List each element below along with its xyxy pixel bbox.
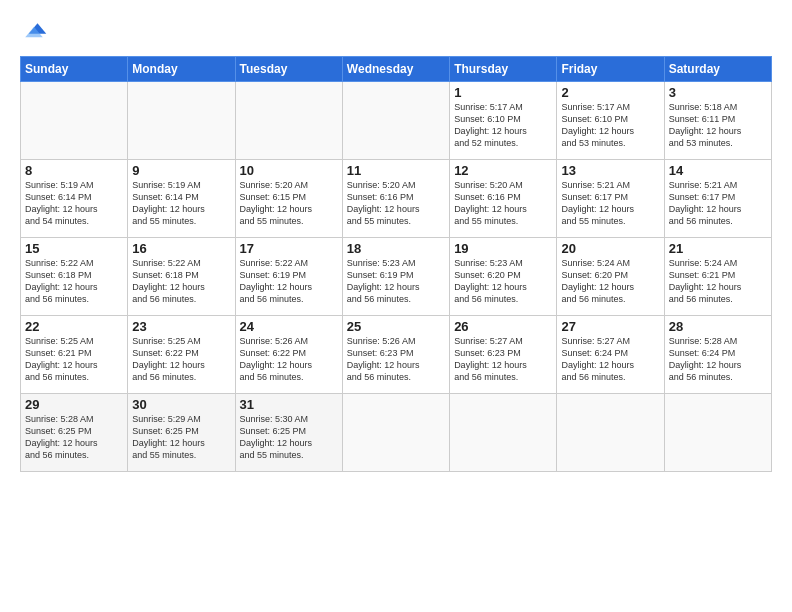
calendar-week-row: 22 Sunrise: 5:25 AMSunset: 6:21 PMDaylig… xyxy=(21,316,772,394)
calendar-cell xyxy=(557,394,664,472)
calendar-week-row: 1 Sunrise: 5:17 AMSunset: 6:10 PMDayligh… xyxy=(21,82,772,160)
cell-text: Sunrise: 5:18 AMSunset: 6:11 PMDaylight:… xyxy=(669,102,742,148)
day-number: 23 xyxy=(132,319,230,334)
header xyxy=(20,18,772,46)
cell-text: Sunrise: 5:23 AMSunset: 6:20 PMDaylight:… xyxy=(454,258,527,304)
calendar-header-row: SundayMondayTuesdayWednesdayThursdayFrid… xyxy=(21,57,772,82)
cell-text: Sunrise: 5:23 AMSunset: 6:19 PMDaylight:… xyxy=(347,258,420,304)
calendar-cell: 14 Sunrise: 5:21 AMSunset: 6:17 PMDaylig… xyxy=(664,160,771,238)
cell-text: Sunrise: 5:24 AMSunset: 6:21 PMDaylight:… xyxy=(669,258,742,304)
cell-text: Sunrise: 5:21 AMSunset: 6:17 PMDaylight:… xyxy=(561,180,634,226)
calendar-cell: 20 Sunrise: 5:24 AMSunset: 6:20 PMDaylig… xyxy=(557,238,664,316)
calendar-cell: 25 Sunrise: 5:26 AMSunset: 6:23 PMDaylig… xyxy=(342,316,449,394)
page: SundayMondayTuesdayWednesdayThursdayFrid… xyxy=(0,0,792,612)
day-number: 2 xyxy=(561,85,659,100)
day-number: 30 xyxy=(132,397,230,412)
calendar-cell: 30 Sunrise: 5:29 AMSunset: 6:25 PMDaylig… xyxy=(128,394,235,472)
calendar-week-row: 15 Sunrise: 5:22 AMSunset: 6:18 PMDaylig… xyxy=(21,238,772,316)
calendar-cell: 13 Sunrise: 5:21 AMSunset: 6:17 PMDaylig… xyxy=(557,160,664,238)
calendar-cell: 3 Sunrise: 5:18 AMSunset: 6:11 PMDayligh… xyxy=(664,82,771,160)
day-number: 13 xyxy=(561,163,659,178)
calendar-cell: 23 Sunrise: 5:25 AMSunset: 6:22 PMDaylig… xyxy=(128,316,235,394)
calendar-cell xyxy=(342,82,449,160)
day-number: 22 xyxy=(25,319,123,334)
calendar-cell: 27 Sunrise: 5:27 AMSunset: 6:24 PMDaylig… xyxy=(557,316,664,394)
cell-text: Sunrise: 5:24 AMSunset: 6:20 PMDaylight:… xyxy=(561,258,634,304)
calendar-cell: 2 Sunrise: 5:17 AMSunset: 6:10 PMDayligh… xyxy=(557,82,664,160)
cell-text: Sunrise: 5:17 AMSunset: 6:10 PMDaylight:… xyxy=(561,102,634,148)
calendar-cell: 19 Sunrise: 5:23 AMSunset: 6:20 PMDaylig… xyxy=(450,238,557,316)
calendar-cell xyxy=(342,394,449,472)
day-number: 25 xyxy=(347,319,445,334)
day-header: Tuesday xyxy=(235,57,342,82)
day-number: 16 xyxy=(132,241,230,256)
calendar-cell: 12 Sunrise: 5:20 AMSunset: 6:16 PMDaylig… xyxy=(450,160,557,238)
day-number: 8 xyxy=(25,163,123,178)
calendar-cell: 9 Sunrise: 5:19 AMSunset: 6:14 PMDayligh… xyxy=(128,160,235,238)
calendar-cell: 8 Sunrise: 5:19 AMSunset: 6:14 PMDayligh… xyxy=(21,160,128,238)
cell-text: Sunrise: 5:29 AMSunset: 6:25 PMDaylight:… xyxy=(132,414,205,460)
calendar-cell: 10 Sunrise: 5:20 AMSunset: 6:15 PMDaylig… xyxy=(235,160,342,238)
calendar-cell: 11 Sunrise: 5:20 AMSunset: 6:16 PMDaylig… xyxy=(342,160,449,238)
calendar-cell xyxy=(128,82,235,160)
cell-text: Sunrise: 5:27 AMSunset: 6:24 PMDaylight:… xyxy=(561,336,634,382)
day-number: 12 xyxy=(454,163,552,178)
calendar-cell xyxy=(450,394,557,472)
day-number: 19 xyxy=(454,241,552,256)
calendar-cell: 17 Sunrise: 5:22 AMSunset: 6:19 PMDaylig… xyxy=(235,238,342,316)
day-number: 15 xyxy=(25,241,123,256)
cell-text: Sunrise: 5:17 AMSunset: 6:10 PMDaylight:… xyxy=(454,102,527,148)
calendar-cell: 21 Sunrise: 5:24 AMSunset: 6:21 PMDaylig… xyxy=(664,238,771,316)
calendar-cell xyxy=(235,82,342,160)
cell-text: Sunrise: 5:20 AMSunset: 6:16 PMDaylight:… xyxy=(347,180,420,226)
day-header: Friday xyxy=(557,57,664,82)
day-number: 9 xyxy=(132,163,230,178)
calendar-cell: 28 Sunrise: 5:28 AMSunset: 6:24 PMDaylig… xyxy=(664,316,771,394)
day-number: 21 xyxy=(669,241,767,256)
day-number: 27 xyxy=(561,319,659,334)
day-number: 24 xyxy=(240,319,338,334)
day-number: 18 xyxy=(347,241,445,256)
cell-text: Sunrise: 5:25 AMSunset: 6:22 PMDaylight:… xyxy=(132,336,205,382)
day-number: 10 xyxy=(240,163,338,178)
calendar-cell xyxy=(21,82,128,160)
calendar-week-row: 29 Sunrise: 5:28 AMSunset: 6:25 PMDaylig… xyxy=(21,394,772,472)
cell-text: Sunrise: 5:22 AMSunset: 6:19 PMDaylight:… xyxy=(240,258,313,304)
day-number: 26 xyxy=(454,319,552,334)
calendar-cell: 29 Sunrise: 5:28 AMSunset: 6:25 PMDaylig… xyxy=(21,394,128,472)
calendar-body: 1 Sunrise: 5:17 AMSunset: 6:10 PMDayligh… xyxy=(21,82,772,472)
cell-text: Sunrise: 5:19 AMSunset: 6:14 PMDaylight:… xyxy=(25,180,98,226)
calendar-cell: 15 Sunrise: 5:22 AMSunset: 6:18 PMDaylig… xyxy=(21,238,128,316)
cell-text: Sunrise: 5:30 AMSunset: 6:25 PMDaylight:… xyxy=(240,414,313,460)
cell-text: Sunrise: 5:27 AMSunset: 6:23 PMDaylight:… xyxy=(454,336,527,382)
day-number: 20 xyxy=(561,241,659,256)
day-number: 14 xyxy=(669,163,767,178)
cell-text: Sunrise: 5:22 AMSunset: 6:18 PMDaylight:… xyxy=(132,258,205,304)
logo xyxy=(20,18,52,46)
calendar-cell: 31 Sunrise: 5:30 AMSunset: 6:25 PMDaylig… xyxy=(235,394,342,472)
cell-text: Sunrise: 5:20 AMSunset: 6:16 PMDaylight:… xyxy=(454,180,527,226)
day-header: Wednesday xyxy=(342,57,449,82)
calendar-cell: 16 Sunrise: 5:22 AMSunset: 6:18 PMDaylig… xyxy=(128,238,235,316)
calendar-week-row: 8 Sunrise: 5:19 AMSunset: 6:14 PMDayligh… xyxy=(21,160,772,238)
calendar-table: SundayMondayTuesdayWednesdayThursdayFrid… xyxy=(20,56,772,472)
cell-text: Sunrise: 5:20 AMSunset: 6:15 PMDaylight:… xyxy=(240,180,313,226)
day-header: Saturday xyxy=(664,57,771,82)
day-number: 1 xyxy=(454,85,552,100)
cell-text: Sunrise: 5:28 AMSunset: 6:25 PMDaylight:… xyxy=(25,414,98,460)
day-number: 29 xyxy=(25,397,123,412)
calendar-cell: 26 Sunrise: 5:27 AMSunset: 6:23 PMDaylig… xyxy=(450,316,557,394)
cell-text: Sunrise: 5:21 AMSunset: 6:17 PMDaylight:… xyxy=(669,180,742,226)
day-number: 17 xyxy=(240,241,338,256)
logo-icon xyxy=(20,18,48,46)
day-header: Thursday xyxy=(450,57,557,82)
cell-text: Sunrise: 5:28 AMSunset: 6:24 PMDaylight:… xyxy=(669,336,742,382)
calendar-cell xyxy=(664,394,771,472)
day-number: 3 xyxy=(669,85,767,100)
calendar-cell: 22 Sunrise: 5:25 AMSunset: 6:21 PMDaylig… xyxy=(21,316,128,394)
calendar-cell: 18 Sunrise: 5:23 AMSunset: 6:19 PMDaylig… xyxy=(342,238,449,316)
calendar-cell: 24 Sunrise: 5:26 AMSunset: 6:22 PMDaylig… xyxy=(235,316,342,394)
cell-text: Sunrise: 5:25 AMSunset: 6:21 PMDaylight:… xyxy=(25,336,98,382)
day-number: 11 xyxy=(347,163,445,178)
day-header: Monday xyxy=(128,57,235,82)
